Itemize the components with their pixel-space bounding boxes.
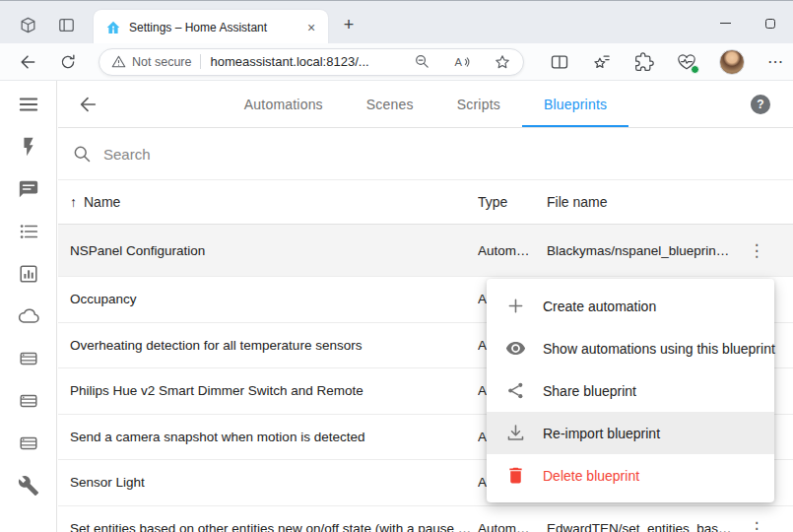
row-overflow-menu-button[interactable]: ⋮ — [745, 240, 769, 261]
menu-item-label: Create automation — [543, 299, 656, 314]
warning-icon — [111, 54, 126, 69]
favorites-icon[interactable] — [592, 52, 612, 72]
browser-tab[interactable]: Settings – Home Assistant × — [94, 10, 328, 44]
home-assistant-logo-icon — [105, 20, 121, 35]
browser-toolbar: Not secure homeassistant.local:8123/... … — [0, 43, 793, 81]
sidebar-item-server-2[interactable] — [17, 389, 40, 413]
sidebar-item-cloud[interactable] — [17, 304, 40, 328]
row-name: Set entities based on other entities new… — [58, 521, 478, 532]
trash-icon — [504, 465, 526, 487]
tab-close-icon[interactable]: × — [302, 19, 320, 36]
back-button[interactable] — [16, 50, 39, 74]
menu-item-share-blueprint[interactable]: Share blueprint — [487, 369, 774, 412]
extensions-icon[interactable] — [634, 52, 654, 72]
sidebar-menu-icon[interactable] — [17, 93, 40, 116]
sidebar-item-assist[interactable] — [17, 177, 40, 201]
row-overflow-menu-button[interactable]: ⋮ — [745, 518, 769, 532]
row-file: EdwardTEN/set_entities_bas… — [547, 521, 734, 532]
address-divider — [200, 54, 201, 69]
row-name: Overheating detection for all temperatur… — [58, 338, 478, 353]
menu-item-show-automations[interactable]: Show automations using this blueprint — [487, 327, 774, 369]
menu-item-label: Show automations using this blueprint — [543, 341, 775, 357]
menu-item-delete-blueprint[interactable]: Delete blueprint — [487, 454, 774, 497]
browser-menu-button[interactable]: ⋯ — [767, 54, 783, 70]
chart-icon — [18, 263, 39, 285]
tab-scripts[interactable]: Scripts — [435, 81, 522, 127]
refresh-button[interactable] — [56, 50, 80, 74]
tab-title: Settings – Home Assistant — [129, 21, 297, 34]
menu-item-reimport-blueprint[interactable]: Re-import blueprint — [487, 412, 774, 454]
sidebar-item-server-3[interactable] — [17, 432, 40, 455]
window-controls — [702, 2, 793, 44]
address-bar[interactable]: Not secure homeassistant.local:8123/... … — [99, 48, 524, 76]
download-icon — [504, 423, 526, 444]
tab-blueprints[interactable]: Blueprints — [522, 81, 628, 127]
tab-scenes[interactable]: Scenes — [345, 81, 435, 127]
wrench-icon — [18, 475, 39, 497]
row-type: Autom… — [478, 521, 547, 532]
column-header-file[interactable]: File name — [547, 194, 734, 210]
sidebar-item-history[interactable] — [17, 262, 40, 286]
sidebar-item-server-1[interactable] — [17, 347, 40, 370]
site-security-chip[interactable]: Not secure — [111, 54, 191, 69]
url-text: homeassistant.local:8123/... — [210, 54, 406, 69]
menu-item-create-automation[interactable]: Create automation — [487, 285, 774, 327]
column-header-name[interactable]: ↑ Name — [58, 194, 478, 210]
svg-text:A: A — [455, 55, 463, 67]
row-name: Occupancy — [58, 292, 478, 306]
screen: { "browser": { "tab_title": "Settings – … — [0, 0, 793, 532]
table-header: ↑ Name Type File name — [58, 180, 793, 225]
server-icon — [18, 348, 39, 369]
table-row[interactable]: Set entities based on other entities new… — [58, 506, 793, 532]
eye-icon — [504, 338, 526, 360]
share-icon — [504, 380, 526, 402]
sidebar-item-logbook[interactable] — [17, 220, 40, 243]
help-button[interactable]: ? — [751, 95, 770, 114]
row-type: Autom… — [478, 243, 547, 258]
zoom-out-icon[interactable] — [414, 53, 430, 70]
search-icon — [72, 144, 92, 164]
security-label: Not secure — [132, 55, 191, 69]
maximize-button[interactable] — [748, 2, 793, 44]
new-tab-button[interactable]: + — [338, 14, 360, 35]
column-name-label: Name — [84, 194, 120, 210]
essentials-status-dot — [691, 65, 699, 74]
sort-ascending-icon: ↑ — [70, 194, 77, 210]
search-row — [58, 128, 793, 180]
row-name: Send a camera snapshot when motion is de… — [58, 430, 478, 444]
vertical-tabs-icon[interactable] — [56, 15, 76, 34]
search-input[interactable] — [103, 146, 497, 163]
minimize-button[interactable] — [702, 2, 748, 44]
server-icon — [18, 390, 39, 412]
browser-titlebar: Settings – Home Assistant × + — [0, 0, 793, 43]
menu-item-label: Share blueprint — [543, 383, 636, 399]
menu-item-label: Re-import blueprint — [543, 426, 660, 441]
blueprint-context-menu: Create automation Show automations using… — [487, 279, 774, 502]
server-icon — [18, 432, 39, 454]
plus-icon — [504, 296, 526, 317]
ha-sidebar — [0, 81, 57, 532]
browser-essentials-icon[interactable] — [677, 52, 696, 72]
minimize-icon — [720, 23, 731, 25]
row-name: NSPanel Configuration — [58, 243, 478, 258]
profile-avatar[interactable] — [719, 49, 745, 75]
menu-item-label: Delete blueprint — [543, 468, 639, 484]
workspaces-icon[interactable] — [18, 15, 37, 34]
column-header-type[interactable]: Type — [478, 194, 547, 210]
split-screen-icon[interactable] — [550, 52, 569, 72]
address-actions: A — [414, 53, 511, 71]
cloud-icon — [18, 305, 39, 327]
table-row[interactable]: NSPanel Configuration Autom… Blackymas/n… — [58, 225, 793, 277]
sidebar-item-energy[interactable] — [17, 135, 40, 159]
sidebar-item-developer-tools[interactable] — [17, 474, 40, 498]
ha-tab-bar: Automations Scenes Scripts Blueprints — [58, 81, 793, 127]
tab-automations[interactable]: Automations — [223, 81, 345, 127]
read-aloud-icon[interactable]: A — [453, 53, 471, 71]
row-name: Sensor Light — [58, 475, 478, 490]
ha-header: Automations Scenes Scripts Blueprints ? — [58, 81, 793, 128]
toolbar-right-icons: ⋯ — [550, 49, 783, 75]
favorite-star-icon[interactable] — [494, 53, 511, 71]
row-name: Philips Hue v2 Smart Dimmer Switch and R… — [58, 383, 478, 398]
row-file: Blackymas/nspanel_blueprin… — [547, 243, 734, 258]
list-icon — [18, 221, 39, 242]
